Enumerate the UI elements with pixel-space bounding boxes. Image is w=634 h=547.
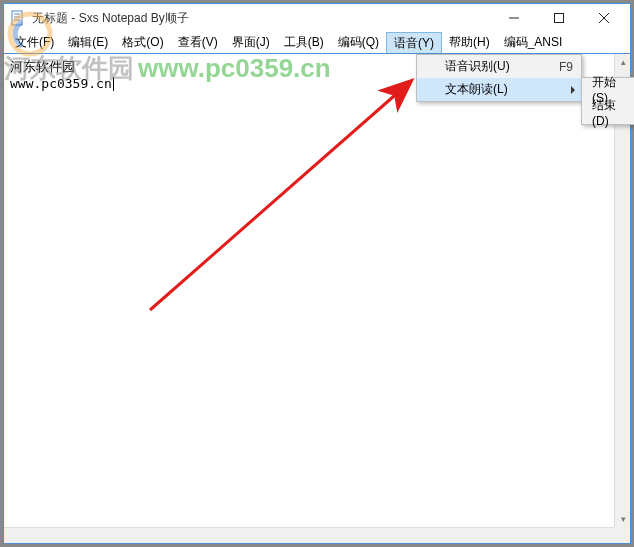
menu-encoding-ansi[interactable]: 编码_ANSI: [497, 32, 570, 53]
menu-ui[interactable]: 界面(J): [225, 32, 277, 53]
menu-format[interactable]: 格式(O): [115, 32, 170, 53]
menu-encoding[interactable]: 编码(Q): [331, 32, 386, 53]
menu-file[interactable]: 文件(F): [8, 32, 61, 53]
menubar: 文件(F) 编辑(E) 格式(O) 查看(V) 界面(J) 工具(B) 编码(Q…: [4, 32, 630, 54]
tts-submenu: 开始(S) 结束(D): [581, 77, 634, 125]
menu-view[interactable]: 查看(V): [171, 32, 225, 53]
app-icon: [10, 10, 26, 26]
window-title: 无标题 - Sxs Notepad By顺子: [32, 10, 189, 27]
scroll-corner: [614, 527, 630, 543]
scroll-down-icon[interactable]: ▾: [615, 511, 631, 527]
scroll-up-icon[interactable]: ▴: [615, 54, 631, 70]
titlebar: 无标题 - Sxs Notepad By顺子: [4, 4, 630, 32]
menu-item-label: 语音识别(U): [445, 58, 510, 75]
maximize-button[interactable]: [536, 4, 581, 32]
horizontal-scrollbar[interactable]: [4, 527, 614, 543]
menu-item-speech-recognition[interactable]: 语音识别(U) F9: [417, 55, 581, 78]
menu-voice[interactable]: 语音(Y): [386, 32, 442, 53]
window-controls: [491, 4, 626, 32]
submenu-item-end[interactable]: 结束(D): [582, 101, 634, 124]
app-window: 无标题 - Sxs Notepad By顺子 文件(F) 编辑(E) 格式(O)…: [3, 3, 631, 544]
menu-item-label: 结束(D): [592, 97, 628, 128]
menu-tools[interactable]: 工具(B): [277, 32, 331, 53]
menu-item-shortcut: F9: [541, 60, 573, 74]
close-button[interactable]: [581, 4, 626, 32]
minimize-button[interactable]: [491, 4, 536, 32]
voice-menu-dropdown: 语音识别(U) F9 文本朗读(L): [416, 54, 582, 102]
menu-item-label: 文本朗读(L): [445, 81, 508, 98]
menu-item-text-to-speech[interactable]: 文本朗读(L): [417, 78, 581, 101]
menu-help[interactable]: 帮助(H): [442, 32, 497, 53]
submenu-arrow-icon: [571, 86, 575, 94]
svg-rect-0: [12, 11, 22, 25]
menu-edit[interactable]: 编辑(E): [61, 32, 115, 53]
text-editor[interactable]: 河东软件园 www.pc0359.cn: [4, 54, 614, 527]
svg-rect-5: [554, 14, 563, 23]
text-caret: [113, 77, 114, 91]
